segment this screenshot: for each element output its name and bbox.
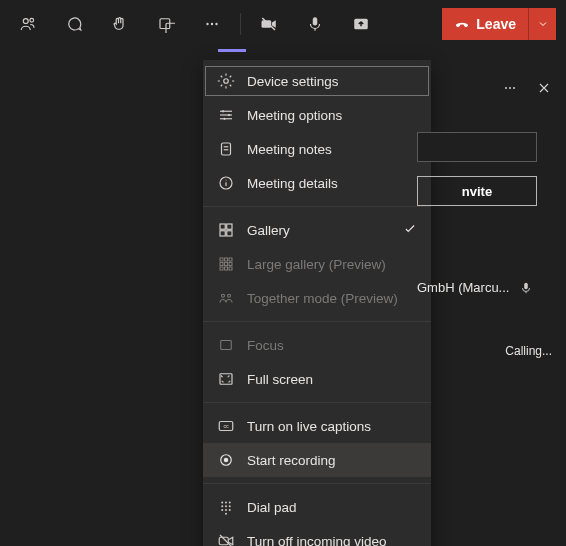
participant-name: GmbH (Marcu... (417, 280, 509, 295)
check-icon (403, 222, 417, 236)
reactions-button[interactable] (102, 6, 138, 42)
menu-meeting-notes[interactable]: Meeting notes (203, 132, 431, 166)
svg-rect-32 (225, 263, 228, 266)
microphone-icon (306, 15, 324, 33)
svg-point-15 (222, 110, 224, 112)
svg-rect-25 (227, 224, 232, 229)
video-off-icon (217, 532, 235, 546)
svg-point-50 (229, 505, 231, 507)
svg-rect-24 (220, 224, 225, 229)
svg-point-53 (229, 509, 231, 511)
menu-turn-off-video[interactable]: Turn off incoming video (203, 524, 431, 546)
svg-rect-34 (220, 267, 223, 270)
svg-point-4 (206, 23, 208, 25)
participants-button[interactable] (10, 6, 46, 42)
invite-input[interactable] (417, 132, 537, 162)
dialpad-icon (217, 498, 235, 516)
svg-point-17 (223, 118, 225, 120)
menu-dial-pad[interactable]: Dial pad (203, 490, 431, 524)
menu-full-screen[interactable]: Full screen (203, 362, 431, 396)
menu-meeting-details[interactable]: Meeting details (203, 166, 431, 200)
svg-point-51 (221, 509, 223, 511)
ellipsis-icon[interactable] (502, 80, 518, 96)
leave-label: Leave (476, 16, 516, 32)
hangup-icon (454, 16, 470, 32)
menu-gallery[interactable]: Gallery (203, 213, 431, 247)
record-icon (217, 451, 235, 469)
svg-point-59 (513, 87, 515, 89)
close-icon[interactable] (536, 80, 552, 96)
svg-point-48 (221, 505, 223, 507)
raise-hand-icon (111, 15, 129, 33)
more-actions-menu: Device settings Meeting options Meeting … (203, 60, 431, 546)
notes-icon (217, 140, 235, 158)
menu-label: Gallery (247, 223, 290, 238)
menu-live-captions[interactable]: cc Turn on live captions (203, 409, 431, 443)
share-button[interactable] (343, 6, 379, 42)
sliders-icon (217, 106, 235, 124)
menu-label: Start recording (247, 453, 336, 468)
menu-together-mode: Together mode (Preview) (203, 281, 431, 315)
share-screen-icon (352, 15, 370, 33)
chat-icon (65, 15, 83, 33)
menu-separator (203, 483, 431, 484)
chat-button[interactable] (56, 6, 92, 42)
status-text: Calling... (505, 344, 552, 358)
menu-focus: Focus (203, 328, 431, 362)
svg-rect-60 (525, 282, 529, 288)
svg-point-54 (225, 513, 227, 515)
gear-icon (217, 72, 235, 90)
svg-point-46 (225, 502, 227, 504)
captions-icon: cc (217, 417, 235, 435)
menu-large-gallery: Large gallery (Preview) (203, 247, 431, 281)
svg-rect-30 (229, 258, 232, 261)
svg-point-57 (505, 87, 507, 89)
menu-label: Dial pad (247, 500, 297, 515)
svg-rect-29 (225, 258, 228, 261)
svg-rect-27 (227, 231, 232, 236)
menu-meeting-options[interactable]: Meeting options (203, 98, 431, 132)
focus-icon (217, 336, 235, 354)
svg-point-58 (509, 87, 511, 89)
svg-point-0 (23, 19, 28, 24)
leave-button[interactable]: Leave (442, 8, 528, 40)
mic-button[interactable] (297, 6, 333, 42)
breakout-rooms-icon (157, 15, 175, 33)
menu-label: Full screen (247, 372, 313, 387)
menu-label: Together mode (Preview) (247, 291, 398, 306)
svg-point-23 (225, 179, 226, 180)
svg-point-52 (225, 509, 227, 511)
svg-point-37 (222, 294, 225, 297)
share-invite-button[interactable]: nvite (417, 176, 537, 206)
svg-rect-33 (229, 263, 232, 266)
people-icon (19, 15, 37, 33)
menu-device-settings[interactable]: Device settings (203, 64, 431, 98)
menu-label: Turn off incoming video (247, 534, 387, 547)
menu-start-recording[interactable]: Start recording (203, 443, 431, 477)
rooms-button[interactable] (148, 6, 184, 42)
svg-point-11 (224, 79, 229, 84)
grid-icon (217, 221, 235, 239)
svg-point-49 (225, 505, 227, 507)
more-actions-button[interactable] (194, 6, 230, 42)
svg-rect-28 (220, 258, 223, 261)
menu-label: Meeting details (247, 176, 338, 191)
svg-point-47 (229, 502, 231, 504)
svg-point-16 (228, 114, 230, 116)
svg-rect-35 (225, 267, 228, 270)
svg-point-1 (30, 18, 34, 22)
leave-caret-button[interactable] (528, 8, 556, 40)
invite-label: nvite (462, 184, 492, 199)
menu-separator (203, 321, 431, 322)
microphone-icon (519, 281, 533, 295)
svg-point-44 (224, 458, 229, 463)
svg-rect-26 (220, 231, 225, 236)
meeting-toolbar: Leave (0, 0, 566, 48)
camera-off-icon (260, 15, 278, 33)
toolbar-divider (240, 13, 241, 35)
camera-button[interactable] (251, 6, 287, 42)
menu-label: Focus (247, 338, 284, 353)
info-icon (217, 174, 235, 192)
ellipsis-icon (203, 15, 221, 33)
svg-rect-31 (220, 263, 223, 266)
